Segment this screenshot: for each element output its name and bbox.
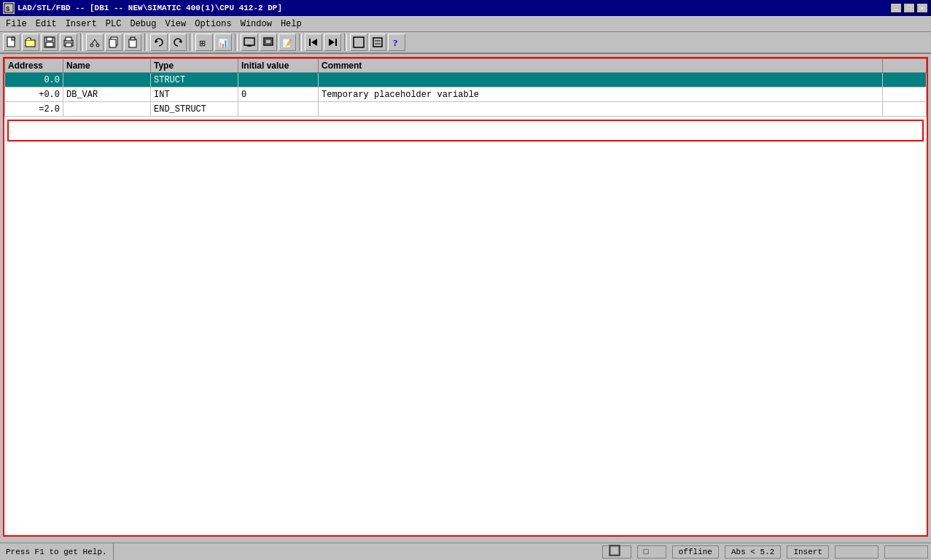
redo-button[interactable] bbox=[169, 34, 187, 51]
button-first[interactable] bbox=[305, 34, 322, 51]
svg-marker-31 bbox=[329, 39, 335, 46]
maximize-button[interactable]: □ bbox=[903, 3, 915, 13]
svg-text:📊: 📊 bbox=[218, 38, 228, 48]
svg-text:⊞: ⊞ bbox=[199, 39, 206, 48]
cell-comment-2: Temporary placeholder variable bbox=[319, 88, 883, 102]
svg-rect-6 bbox=[47, 37, 52, 41]
col-header-type: Type bbox=[151, 59, 238, 73]
cell-type-3: END_STRUCT bbox=[151, 102, 238, 117]
status-plc-icon bbox=[602, 545, 631, 559]
cell-type-1: STRUCT bbox=[151, 73, 238, 88]
status-help: Press F1 to get Help. bbox=[0, 543, 114, 560]
menu-item-view[interactable]: View bbox=[160, 16, 190, 31]
svg-rect-18 bbox=[131, 37, 135, 40]
cell-address-1: 0.0 bbox=[5, 73, 63, 88]
cell-address-2: +0.0 bbox=[5, 88, 63, 102]
button-properties[interactable] bbox=[369, 34, 386, 51]
cell-extra-2 bbox=[883, 88, 927, 102]
title-bar-left: S LAD/STL/FBD -- [DB1 -- NEW\SIMATIC 400… bbox=[3, 2, 282, 14]
offline-label: offline bbox=[679, 548, 712, 556]
abs-label: Abs < 5.2 bbox=[731, 548, 774, 556]
button-monitor[interactable] bbox=[241, 34, 258, 51]
cell-name-2: DB_VAR bbox=[63, 88, 151, 102]
status-abs: Abs < 5.2 bbox=[725, 545, 781, 559]
help-button[interactable]: ? bbox=[388, 34, 405, 51]
new-button[interactable] bbox=[3, 34, 20, 51]
button-compile[interactable]: ⊞ bbox=[195, 34, 213, 51]
menu-item-debug[interactable]: Debug bbox=[125, 16, 160, 31]
cut-button[interactable] bbox=[86, 34, 104, 51]
menu-item-help[interactable]: Help bbox=[276, 16, 306, 31]
svg-line-13 bbox=[92, 39, 95, 44]
menu-item-insert[interactable]: Insert bbox=[61, 16, 101, 31]
svg-rect-4 bbox=[26, 40, 35, 47]
table-row[interactable]: 0.0 STRUCT bbox=[5, 73, 927, 88]
paste-button[interactable] bbox=[124, 34, 141, 51]
menu-item-window[interactable]: Window bbox=[236, 16, 276, 31]
table-header-row: Address Name Type Initial value Comment bbox=[5, 59, 927, 73]
svg-marker-20 bbox=[179, 40, 182, 43]
help-text: Press F1 to get Help. bbox=[6, 548, 107, 556]
table-row[interactable]: +0.0 DB_VAR INT 0 Temporary placeholder … bbox=[5, 88, 927, 102]
cell-init-3 bbox=[238, 102, 319, 117]
button-online[interactable] bbox=[260, 34, 277, 51]
svg-text:S: S bbox=[6, 6, 10, 13]
menu-item-file[interactable]: File bbox=[1, 16, 31, 31]
app-icon[interactable]: S bbox=[3, 2, 15, 14]
col-header-extra bbox=[883, 59, 927, 73]
toolbar: ⊞ 📊 📝 ? bbox=[0, 32, 931, 54]
undo-button[interactable] bbox=[150, 34, 168, 51]
save-button[interactable] bbox=[41, 34, 58, 51]
title-bar: S LAD/STL/FBD -- [DB1 -- NEW\SIMATIC 400… bbox=[0, 0, 931, 16]
menu-item-edit[interactable]: Edit bbox=[31, 16, 61, 31]
title-text: LAD/STL/FBD -- [DB1 -- NEW\SIMATIC 400(1… bbox=[17, 4, 282, 12]
cell-init-1 bbox=[238, 73, 319, 88]
table-body: 0.0 STRUCT +0.0 DB_VAR INT 0 Temporary p… bbox=[5, 73, 927, 117]
status-checkbox[interactable]: □ bbox=[637, 545, 666, 559]
svg-point-12 bbox=[96, 44, 99, 47]
main-content-area: Address Name Type Initial value Comment … bbox=[3, 57, 928, 537]
insert-label: Insert bbox=[793, 548, 822, 556]
separator-2 bbox=[144, 34, 147, 51]
svg-rect-7 bbox=[46, 42, 53, 47]
status-bar: Press F1 to get Help. □ offline Abs < 5.… bbox=[0, 542, 931, 560]
cell-comment-1 bbox=[319, 73, 883, 88]
cell-name-3 bbox=[63, 102, 151, 117]
cell-name-1 bbox=[63, 73, 151, 88]
status-insert: Insert bbox=[787, 545, 829, 559]
menu-bar: File Edit Insert PLC Debug View Options … bbox=[0, 16, 931, 32]
svg-rect-3 bbox=[12, 37, 15, 40]
svg-rect-26 bbox=[265, 39, 271, 44]
button-last[interactable] bbox=[324, 34, 341, 51]
svg-rect-33 bbox=[373, 38, 382, 47]
svg-text:📝: 📝 bbox=[282, 38, 292, 48]
button-view-mode[interactable] bbox=[350, 34, 367, 51]
status-empty1 bbox=[835, 545, 879, 559]
svg-text:?: ? bbox=[393, 37, 398, 48]
svg-marker-29 bbox=[311, 39, 317, 46]
svg-rect-9 bbox=[66, 37, 71, 41]
plc-icon bbox=[609, 545, 620, 559]
edit-area[interactable] bbox=[7, 120, 924, 141]
separator-3 bbox=[190, 34, 192, 51]
button-ref-data[interactable]: 📝 bbox=[278, 34, 296, 51]
open-button[interactable] bbox=[22, 34, 39, 51]
svg-line-14 bbox=[95, 39, 98, 44]
copy-button[interactable] bbox=[105, 34, 122, 51]
col-header-address: Address bbox=[5, 59, 63, 73]
menu-item-plc[interactable]: PLC bbox=[101, 16, 126, 31]
minimize-button[interactable]: _ bbox=[890, 3, 902, 13]
cell-init-2: 0 bbox=[238, 88, 319, 102]
menu-item-options[interactable]: Options bbox=[190, 16, 235, 31]
separator-4 bbox=[235, 34, 238, 51]
cell-type-2: INT bbox=[151, 88, 238, 102]
table-row[interactable]: =2.0 END_STRUCT bbox=[5, 102, 927, 117]
print-button[interactable] bbox=[60, 34, 77, 51]
svg-rect-38 bbox=[611, 547, 618, 554]
cell-address-3: =2.0 bbox=[5, 102, 63, 117]
checkbox-icon: □ bbox=[644, 548, 649, 556]
close-button[interactable]: ✕ bbox=[916, 3, 928, 13]
separator-1 bbox=[80, 34, 83, 51]
button-download[interactable]: 📊 bbox=[214, 34, 232, 51]
title-bar-buttons: _ □ ✕ bbox=[890, 3, 928, 13]
